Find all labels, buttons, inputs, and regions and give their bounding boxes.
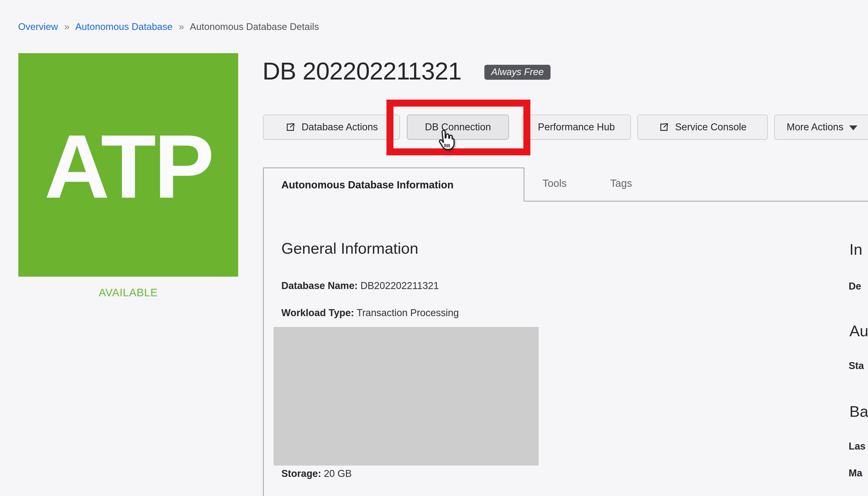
more-actions-button[interactable]: More Actions [774, 114, 868, 140]
breadcrumb-separator: » [64, 21, 70, 32]
right-column-label-clipped: Ma [849, 468, 862, 479]
db-connection-button[interactable]: DB Connection [407, 114, 509, 140]
tab-panel-top-border [524, 201, 868, 202]
workload-type-label: Workload Type: [281, 307, 354, 318]
adb-details-page: Overview » Autonomous Database » Autonom… [0, 0, 868, 496]
breadcrumb-separator: » [179, 21, 184, 32]
more-actions-label: More Actions [787, 122, 843, 133]
tab-panel-left-border [263, 201, 264, 496]
breadcrumb-current-page: Autonomous Database Details [190, 21, 319, 32]
database-actions-button[interactable]: Database Actions [263, 114, 400, 140]
tab-info-label: Autonomous Database Information [281, 179, 454, 191]
atp-logo: ATP [18, 53, 238, 277]
right-column-label-clipped: De [849, 281, 861, 292]
right-column-heading-clipped: Au [849, 322, 868, 340]
always-free-badge: Always Free [484, 65, 551, 80]
right-column-label-clipped: Sta [849, 360, 864, 371]
performance-hub-label: Performance Hub [538, 122, 615, 133]
database-actions-label: Database Actions [301, 122, 378, 133]
general-information-heading: General Information [281, 239, 418, 257]
tab-tools[interactable]: Tools [542, 177, 567, 189]
page-title: DB 202202211321 [263, 59, 461, 83]
database-name-field: Database Name: DB202202211321 [281, 280, 439, 291]
service-console-button[interactable]: Service Console [637, 114, 768, 140]
workload-type-field: Workload Type: Transaction Processing [281, 307, 459, 319]
storage-field: Storage: 20 GB [281, 468, 351, 479]
breadcrumb-link-overview[interactable]: Overview [18, 21, 58, 32]
performance-hub-button[interactable]: Performance Hub [522, 114, 631, 140]
right-column-heading-clipped: In [849, 241, 862, 258]
status-badge: AVAILABLE [18, 286, 238, 299]
workload-type-value: Transaction Processing [357, 307, 459, 318]
atp-logo-text: ATP [44, 121, 212, 212]
storage-label: Storage: [281, 468, 321, 479]
breadcrumb: Overview » Autonomous Database » Autonom… [18, 21, 319, 32]
breadcrumb-link-autonomous-database[interactable]: Autonomous Database [75, 21, 172, 32]
tab-autonomous-database-information[interactable]: Autonomous Database Information [263, 168, 524, 201]
storage-value: 20 GB [324, 468, 352, 479]
external-link-icon [285, 122, 296, 133]
caret-down-icon [849, 125, 857, 130]
database-name-label: Database Name: [281, 280, 358, 291]
external-link-icon [658, 122, 669, 133]
database-name-value: DB202202211321 [360, 280, 439, 291]
db-connection-label: DB Connection [425, 122, 491, 133]
right-column-heading-clipped: Ba [849, 403, 868, 420]
right-column-label-clipped: Las [849, 441, 865, 452]
service-console-label: Service Console [675, 122, 747, 133]
redacted-region [273, 327, 539, 466]
tab-tags[interactable]: Tags [610, 177, 632, 189]
